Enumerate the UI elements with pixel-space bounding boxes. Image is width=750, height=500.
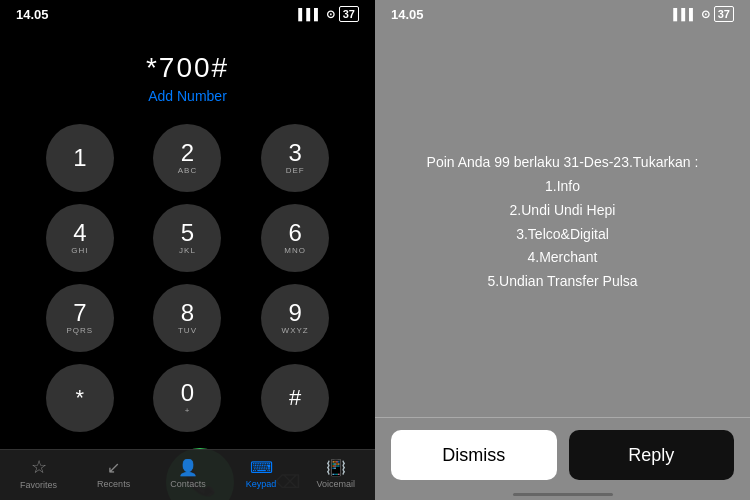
key-2[interactable]: 2ABC xyxy=(153,124,221,192)
key-6[interactable]: 6MNO xyxy=(261,204,329,272)
home-indicator-right xyxy=(513,493,613,496)
ussd-panel: 14.05 ▌▌▌ ⊙ 37 Poin Anda 99 berlaku 31-D… xyxy=(375,0,750,500)
bottom-buttons: Dismiss Reply xyxy=(375,417,750,500)
tab-contacts-label: Contacts xyxy=(170,479,206,489)
tab-voicemail-label: Voicemail xyxy=(316,479,355,489)
keypad-grid: 1 2ABC 3DEF 4GHI 5JKL 6MNO 7PQRS 8TUV 9W… xyxy=(0,124,375,432)
key-4[interactable]: 4GHI xyxy=(46,204,114,272)
key-5[interactable]: 5JKL xyxy=(153,204,221,272)
tab-voicemail[interactable]: 📳 Voicemail xyxy=(316,458,355,489)
wifi-icon: ⊙ xyxy=(326,8,335,21)
wifi-icon-right: ⊙ xyxy=(701,8,710,21)
recents-icon: ↙ xyxy=(107,458,120,477)
tab-contacts[interactable]: 👤 Contacts xyxy=(170,458,206,489)
tab-bar: ☆ Favorites ↙ Recents 👤 Contacts ⌨ Keypa… xyxy=(0,449,375,500)
contacts-icon: 👤 xyxy=(178,458,198,477)
key-star[interactable]: * xyxy=(46,364,114,432)
tab-favorites-label: Favorites xyxy=(20,480,57,490)
signal-icon-right: ▌▌▌ xyxy=(673,8,696,20)
reply-button[interactable]: Reply xyxy=(569,430,735,480)
key-3[interactable]: 3DEF xyxy=(261,124,329,192)
status-bar-right: 14.05 ▌▌▌ ⊙ 37 xyxy=(375,0,750,28)
tab-keypad-label: Keypad xyxy=(246,479,277,489)
key-hash[interactable]: # xyxy=(261,364,329,432)
tab-favorites[interactable]: ☆ Favorites xyxy=(20,456,57,490)
dismiss-button[interactable]: Dismiss xyxy=(391,430,557,480)
tab-recents[interactable]: ↙ Recents xyxy=(97,458,130,489)
add-number-link[interactable]: Add Number xyxy=(148,88,227,104)
time-left: 14.05 xyxy=(16,7,49,22)
time-right: 14.05 xyxy=(391,7,424,22)
voicemail-icon: 📳 xyxy=(326,458,346,477)
key-9[interactable]: 9WXYZ xyxy=(261,284,329,352)
tab-keypad[interactable]: ⌨ Keypad xyxy=(246,458,277,489)
favorites-icon: ☆ xyxy=(31,456,47,478)
battery-icon: 37 xyxy=(339,6,359,22)
status-icons-left: ▌▌▌ ⊙ 37 xyxy=(298,6,359,22)
battery-icon-right: 37 xyxy=(714,6,734,22)
status-icons-right: ▌▌▌ ⊙ 37 xyxy=(673,6,734,22)
key-0[interactable]: 0+ xyxy=(153,364,221,432)
tab-recents-label: Recents xyxy=(97,479,130,489)
dialer-number: *700# xyxy=(146,52,229,84)
ussd-content: Poin Anda 99 berlaku 31-Des-23.Tukarkan … xyxy=(375,28,750,417)
dialer-panel: 14.05 ▌▌▌ ⊙ 37 *700# Add Number 1 2ABC 3… xyxy=(0,0,375,500)
status-bar-left: 14.05 ▌▌▌ ⊙ 37 xyxy=(0,0,375,28)
keypad-icon: ⌨ xyxy=(250,458,273,477)
key-1[interactable]: 1 xyxy=(46,124,114,192)
signal-icon: ▌▌▌ xyxy=(298,8,321,20)
ussd-message: Poin Anda 99 berlaku 31-Des-23.Tukarkan … xyxy=(427,151,699,294)
key-7[interactable]: 7PQRS xyxy=(46,284,114,352)
key-8[interactable]: 8TUV xyxy=(153,284,221,352)
